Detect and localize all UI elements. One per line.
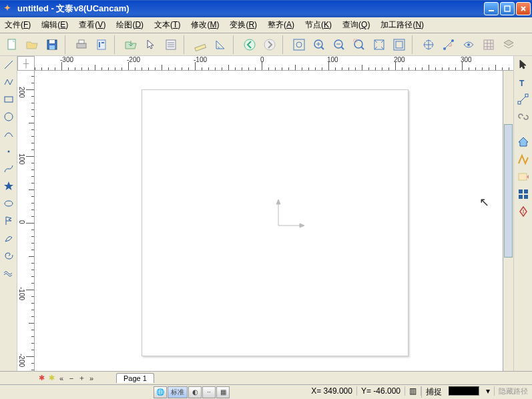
ruler-button[interactable] xyxy=(191,35,210,54)
svg-rect-36 xyxy=(525,94,528,97)
layer-nav-last[interactable]: » xyxy=(87,374,95,382)
menubar: 文件(F)编辑(E)查看(V)绘图(D)文本(T)修改(M)变换(R)整齐(A)… xyxy=(0,17,532,33)
sb-mode-standard[interactable]: 标准 xyxy=(168,386,188,398)
layer-yellow-icon[interactable]: ✱ xyxy=(47,374,55,382)
menu-v[interactable]: 查看(V) xyxy=(77,18,107,32)
list-button[interactable] xyxy=(162,35,180,54)
sb-mode-dots[interactable]: ∙∙ xyxy=(202,386,216,398)
grid-button[interactable] xyxy=(479,35,498,54)
svg-point-31 xyxy=(5,201,13,206)
open-file-button[interactable] xyxy=(23,35,41,54)
zoom-all-button[interactable] xyxy=(370,35,388,54)
menu-f[interactable]: 文件(F) xyxy=(3,18,33,32)
zoom-fit-button[interactable] xyxy=(290,35,308,54)
scrollbar-thumb[interactable] xyxy=(504,124,513,258)
svg-rect-28 xyxy=(5,97,13,102)
ellipse-tool[interactable] xyxy=(1,196,16,211)
layer-remove[interactable]: − xyxy=(67,374,75,382)
line-tool[interactable] xyxy=(1,57,16,72)
layer-red-icon[interactable]: ✱ xyxy=(37,374,45,382)
tile-tool[interactable] xyxy=(516,187,531,202)
menu-a[interactable]: 整齐(A) xyxy=(266,18,296,32)
zoom-out-button[interactable] xyxy=(330,35,348,54)
layer-nav-first[interactable]: « xyxy=(57,374,65,382)
color-dropdown[interactable]: ▾ xyxy=(482,386,495,396)
svg-point-26 xyxy=(467,43,470,46)
wave-tool[interactable] xyxy=(1,266,16,280)
curve-tool[interactable] xyxy=(1,161,16,176)
menu-n[interactable]: 加工路径(N) xyxy=(378,18,426,32)
sb-mode-moon[interactable]: ◐ xyxy=(188,386,202,398)
print-button[interactable] xyxy=(72,35,91,54)
angle-button[interactable] xyxy=(211,35,230,54)
circle-tool[interactable] xyxy=(1,109,16,124)
zoom-region-button[interactable] xyxy=(350,35,368,54)
sb-mode-grid[interactable]: ▦ xyxy=(216,386,230,398)
svg-point-24 xyxy=(443,47,446,50)
svg-rect-1 xyxy=(505,6,510,11)
horizontal-ruler[interactable]: -300-200-1000100200300 xyxy=(35,56,513,71)
menu-r[interactable]: 变换(R) xyxy=(228,18,259,32)
workspace: -300-200-1000100200300 -200-1000100200 T xyxy=(0,56,532,371)
point-tool[interactable] xyxy=(1,144,16,159)
snap-label[interactable]: 捕捉 xyxy=(421,386,446,398)
import-button[interactable] xyxy=(121,35,140,54)
vertical-scrollbar[interactable] xyxy=(503,71,513,371)
layer-controls: ✱ ✱ « − ＋ » xyxy=(37,374,95,382)
rectangle-tool[interactable] xyxy=(1,92,16,107)
sb-mode-icon[interactable]: 🌐 xyxy=(154,386,167,398)
selection-tool-button[interactable] xyxy=(142,35,160,54)
star-tool[interactable] xyxy=(1,179,16,193)
menu-d[interactable]: 绘图(D) xyxy=(114,18,146,32)
svg-rect-8 xyxy=(97,40,105,49)
color-swatch[interactable] xyxy=(449,386,479,396)
engrave-tool[interactable] xyxy=(516,204,531,219)
maximize-button[interactable] xyxy=(500,2,515,15)
svg-point-29 xyxy=(5,113,13,121)
menu-m[interactable]: 修改(M) xyxy=(189,18,221,32)
snap-toggle-button[interactable] xyxy=(459,35,478,54)
zoom-extents-button[interactable] xyxy=(390,35,409,54)
arc-tool[interactable] xyxy=(1,127,16,141)
link-tool[interactable] xyxy=(516,109,531,124)
new-file-button[interactable] xyxy=(3,35,21,54)
layers-button[interactable] xyxy=(499,35,518,54)
layer-add[interactable]: ＋ xyxy=(77,374,85,382)
pan-button[interactable] xyxy=(419,35,438,54)
svg-rect-9 xyxy=(99,42,100,47)
properties-button[interactable] xyxy=(92,35,111,54)
svg-rect-10 xyxy=(101,42,104,43)
hide-path-label[interactable]: 隐藏路径 xyxy=(495,386,532,398)
menu-e[interactable]: 编辑(E) xyxy=(39,18,70,32)
svg-rect-23 xyxy=(396,41,403,48)
grip-icon[interactable]: ▥ xyxy=(405,386,421,396)
page-tab[interactable]: Page 1 xyxy=(116,373,154,383)
measure-button[interactable] xyxy=(439,35,458,54)
minimize-button[interactable] xyxy=(484,2,499,15)
svg-rect-38 xyxy=(519,189,523,193)
save-file-button[interactable] xyxy=(43,35,61,54)
menu-q[interactable]: 查询(Q) xyxy=(340,18,372,32)
back-button[interactable] xyxy=(240,35,259,54)
menu-k[interactable]: 节点(K) xyxy=(303,18,334,32)
home-tool[interactable] xyxy=(516,135,531,149)
close-button[interactable] xyxy=(516,2,531,15)
leaf-tool[interactable] xyxy=(1,231,16,246)
arrow-select-tool[interactable] xyxy=(516,57,531,72)
forward-button[interactable] xyxy=(260,35,279,54)
canvas-area[interactable] xyxy=(35,71,503,371)
path-tool[interactable] xyxy=(516,152,531,167)
spiral-tool[interactable] xyxy=(1,248,16,263)
page-tab-strip: ✱ ✱ « − ＋ » Page 1 xyxy=(0,371,532,384)
menu-t[interactable]: 文本(T) xyxy=(152,18,182,32)
svg-rect-35 xyxy=(518,101,521,104)
flag-tool[interactable] xyxy=(1,214,16,228)
text-tool[interactable]: T xyxy=(516,75,531,89)
export-tool[interactable] xyxy=(516,169,531,184)
vertical-ruler[interactable]: -200-1000100200 xyxy=(17,71,35,371)
node-edit-tool[interactable] xyxy=(516,92,531,107)
zoom-in-button[interactable] xyxy=(310,35,328,54)
svg-rect-7 xyxy=(79,40,84,43)
ruler-corner[interactable]: ┼ xyxy=(17,56,35,71)
polyline-tool[interactable] xyxy=(1,75,16,89)
